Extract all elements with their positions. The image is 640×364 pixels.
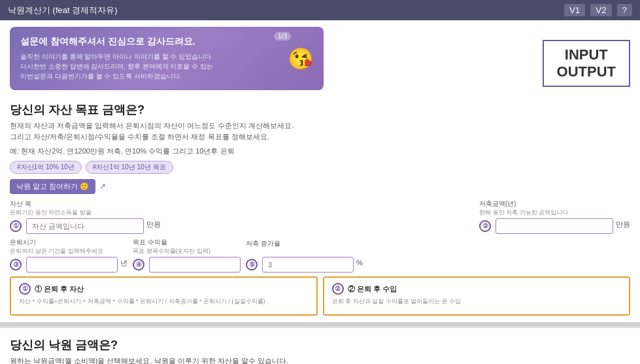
circle-2: ② — [479, 220, 491, 232]
tag1: #자산1억 10% 10년 — [10, 161, 82, 174]
circle-r2: ② — [332, 283, 344, 295]
top-section: 1/3 설문에 참여해주셔서 진심으로 감사드려요. 솔직한 이야기를 통해 알… — [0, 20, 640, 97]
result-box-1: ① ① 은퇴 후 자산 자산 * 수익률=은퇴시기 + 저축금액 * 수익률 *… — [10, 276, 318, 316]
field3-label: 은퇴시기 은퇴까지 남은 기간을 입력해주세요 — [10, 238, 127, 256]
field5-sublabel — [246, 249, 248, 256]
result-box1-title: ① ① 은퇴 후 자산 — [19, 283, 309, 295]
section1-subtext2: 그리고 자산/저축/은퇴시점/수익율을 수치를 조절 하면서 재정 목표를 정해… — [10, 133, 269, 141]
savings-amount-input[interactable] — [496, 218, 613, 234]
banner-counter: 1/3 — [274, 32, 291, 41]
section2-subtext: 원하는 낙원금액(월 소비액)을 선택해보세요. 낙원을 이루기 위한 자산을 … — [10, 356, 630, 365]
section2: 당신의 낙원 금액은? 원하는 낙원금액(월 소비액)을 선택해보세요. 낙원을… — [0, 326, 640, 365]
field5-group: 저축 증가율 ⑤ % — [246, 239, 363, 273]
external-link-icon: ↗ — [99, 182, 106, 191]
section1-heading: 당신의 자산 목표 금액은? — [10, 102, 630, 118]
link-row: 낙원 알고 참여하기 🙂 ↗ — [10, 179, 630, 194]
banner-text: 솔직한 이야기를 통해 알아두면 아이나 이야기를 할 수 있었습니다. 다시한… — [20, 52, 313, 81]
circle-4: ④ — [133, 259, 144, 271]
result-box-2: ② ② 은퇴 후 수입 은퇴 후 자산과 실질 수익률로 얼어들이는 돈 수입 — [323, 276, 631, 316]
title-bar: 낙원계산기 (feat 경제적자유) V1 V2 ? — [0, 0, 640, 20]
field1-sublabel: 은퇴기간 동안 자연소득을 받을 — [10, 209, 92, 216]
field2-sublabel: 한해 동안 저축 가능한 금액입니다 — [479, 209, 568, 216]
field4-sublabel: 목표 명목수익율(숫자만 입력) — [133, 248, 211, 254]
title-bar-right: V1 V2 ? — [564, 4, 632, 16]
result-row: ① ① 은퇴 후 자산 자산 * 수익률=은퇴시기 + 저축금액 * 수익률 *… — [10, 276, 630, 316]
field4-group: 목표 수익율 목표 명목수익율(숫자만 입력) ④ — [133, 238, 241, 273]
circle-1: ① — [10, 220, 22, 232]
input-label: INPUT — [557, 46, 616, 63]
field3-sublabel: 은퇴까지 남은 기간을 입력해주세요 — [10, 248, 103, 254]
form-row-1: 자산 목 은퇴기간 동안 자연소득을 받을 ① 만원 저축금액(년) 한해 동안… — [10, 199, 630, 234]
section1: 당신의 자산 목표 금액은? 현재의 자산과 저축금액을 입력해서 은퇴시점의 … — [0, 102, 640, 322]
circle-5: ⑤ — [246, 259, 258, 271]
field1-group: 자산 목 은퇴기간 동안 자연소득을 받을 ① 만원 — [10, 199, 161, 234]
retirement-period-input[interactable] — [26, 257, 118, 273]
field3-group: 은퇴시기 은퇴까지 남은 기간을 입력해주세요 ③ 년 — [10, 238, 127, 273]
circle-r1: ① — [19, 283, 31, 295]
unit1: 만원 — [146, 220, 161, 233]
savings-growth-input[interactable] — [262, 257, 354, 273]
field2-group: 저축금액(년) 한해 동안 저축 가능한 금액입니다 ② 만원 — [479, 199, 630, 234]
tag-row: #자산1억 10% 10년 #자산1억 10년 10년 목표 — [10, 161, 630, 174]
banner-emoji: 😘 — [288, 46, 314, 71]
v2-button[interactable]: V2 — [590, 4, 611, 16]
unit3: 년 — [120, 258, 127, 271]
output-label: OUTPUT — [557, 63, 616, 80]
banner-text2: 다시한번 소중한 답변에 감사드리며, 향후 본여에게 이로울 수 있는 — [20, 63, 213, 70]
main-content: 1/3 설문에 참여해주셔서 진심으로 감사드려요. 솔직한 이야기를 통해 알… — [0, 20, 640, 364]
result-box2-label: ② 은퇴 후 수입 — [348, 284, 397, 292]
section1-subtext1: 현재의 자산과 저축금액을 입력해서 은퇴시점의 자산이 어느정도 수준인지 계… — [10, 122, 294, 129]
result-box1-sub: 자산 * 수익률=은퇴시기 + 저축금액 * 수익률 * 은퇴시기 / 저축증가… — [19, 297, 309, 306]
circle-3: ③ — [10, 259, 22, 271]
target-yield-input[interactable] — [149, 257, 241, 273]
unit2: 만원 — [616, 220, 630, 233]
link-button[interactable]: 낙원 알고 참여하기 🙂 — [10, 179, 95, 194]
field1-label: 자산 목 은퇴기간 동안 자연소득을 받을 — [10, 199, 161, 217]
help-button[interactable]: ? — [617, 4, 632, 16]
field2-label: 저축금액(년) 한해 동안 저축 가능한 금액입니다 — [479, 199, 630, 217]
asset-amount-input[interactable] — [26, 218, 144, 234]
section1-subtext: 현재의 자산과 저축금액을 입력해서 은퇴시점의 자산이 어느정도 수준인지 계… — [10, 120, 630, 142]
banner-text3: 이번설문과 다음번기가를 볼 수 있도록 서비하겠습니다. — [20, 73, 182, 80]
field4-label: 목표 수익율 목표 명목수익율(숫자만 입력) — [133, 238, 241, 256]
banner-text1: 솔직한 이야기를 통해 알아두면 아이나 이야기를 할 수 있었습니다. — [20, 53, 213, 60]
banner-title: 설문에 참여해주셔서 진심으로 감사드려요. — [20, 36, 313, 48]
input-output-box: INPUT OUTPUT — [543, 40, 630, 87]
result-box2-sub: 은퇴 후 자산과 실질 수익률로 얼어들이는 돈 수입 — [332, 297, 622, 306]
form-row-2: 은퇴시기 은퇴까지 남은 기간을 입력해주세요 ③ 년 목표 수익율 목표 명목… — [10, 238, 630, 273]
field5-label: 저축 증가율 — [246, 239, 363, 256]
v1-button[interactable]: V1 — [564, 4, 585, 16]
unit5: % — [356, 259, 363, 270]
section1-example: 예: 현재 자산2억, 연1200만원 저축, 연10% 수익률 그리고 10년… — [10, 146, 630, 157]
app-title: 낙원계산기 (feat 경제적자유) — [8, 5, 118, 16]
section2-heading: 당신의 낙원 금액은? — [10, 337, 630, 353]
result-box2-title: ② ② 은퇴 후 수입 — [332, 283, 622, 295]
title-bar-left: 낙원계산기 (feat 경제적자유) — [8, 5, 118, 16]
tag2: #자산1억 10년 10년 목표 — [86, 161, 173, 174]
banner: 1/3 설문에 참여해주셔서 진심으로 감사드려요. 솔직한 이야기를 통해 알… — [10, 27, 324, 90]
result-box1-label: ① 은퇴 후 자산 — [35, 284, 84, 292]
